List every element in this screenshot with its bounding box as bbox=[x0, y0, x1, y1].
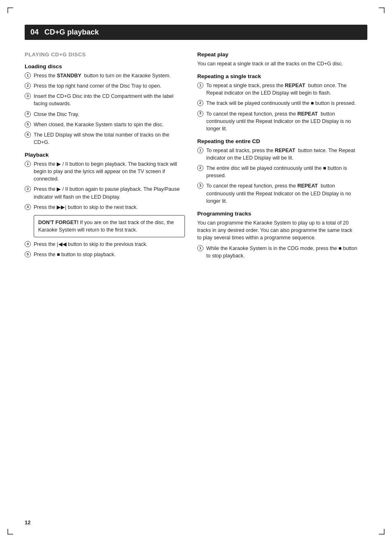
bullet-4: 4 bbox=[25, 241, 31, 247]
item-text: Insert the CD+G Disc into the CD Compart… bbox=[34, 93, 185, 107]
repeating-entire-list: 1 To repeat all tracks, press the REPEAT… bbox=[197, 147, 357, 205]
bullet-2: 2 bbox=[197, 165, 203, 171]
bullet-3: 3 bbox=[197, 183, 203, 189]
item-text: Press the ▶▶| button to skip to the next… bbox=[34, 204, 185, 211]
right-column: Repeat play You can repeat a single trac… bbox=[197, 51, 357, 264]
list-item: 1 To repeat a single track, press the RE… bbox=[197, 82, 357, 97]
dont-forget-box: DON'T FORGET! If you are on the last tra… bbox=[34, 215, 185, 237]
loading-discs-list: 1 Press the STANDBY button to turn on th… bbox=[25, 72, 185, 146]
programming-intro: You can programme the Karaoke System to … bbox=[197, 219, 357, 241]
list-item: 2 The track will be played continuously … bbox=[197, 100, 357, 107]
bullet-5: 5 bbox=[25, 121, 31, 127]
item-text: The LED Display will show the total numb… bbox=[34, 131, 185, 146]
list-item: 3 To cancel the repeat function, press t… bbox=[197, 110, 357, 132]
page-number: 12 bbox=[25, 519, 30, 526]
bullet-1: 1 bbox=[197, 82, 203, 88]
item-text: The entire disc will be played continuou… bbox=[206, 164, 357, 179]
item-text: To repeat all tracks, press the REPEAT b… bbox=[206, 147, 357, 162]
bullet-1: 1 bbox=[25, 72, 31, 79]
page-wrapper: 04 CD+G playback Playing CD+G discs Load… bbox=[0, 0, 392, 542]
content-columns: Playing CD+G discs Loading discs 1 Press… bbox=[25, 51, 367, 264]
bullet-3: 3 bbox=[197, 111, 203, 117]
playback-list: 1 Press the ▶ / II button to begin playb… bbox=[25, 160, 185, 211]
bullet-1: 1 bbox=[25, 161, 31, 167]
repeating-entire-title: Repeating the entire CD bbox=[197, 138, 357, 144]
item-text: To repeat a single track, press the REPE… bbox=[206, 82, 357, 97]
repeat-play-title: Repeat play bbox=[197, 51, 357, 58]
bullet-4: 4 bbox=[25, 111, 31, 117]
item-text: Press the ■ button to stop playback. bbox=[34, 251, 185, 258]
item-text: While the Karaoke System is in the CDG m… bbox=[206, 245, 357, 259]
bullet-3: 3 bbox=[25, 93, 31, 99]
list-item: 4 Close the Disc Tray. bbox=[25, 111, 185, 118]
list-item: 4 Press the |◀◀ button to skip to the pr… bbox=[25, 241, 185, 248]
loading-discs-title: Loading discs bbox=[25, 63, 185, 69]
programming-title: Programming tracks bbox=[197, 211, 357, 217]
bullet-2: 2 bbox=[197, 100, 203, 106]
bullet-6: 6 bbox=[25, 132, 31, 138]
list-item: 3 To cancel the repeat function, press t… bbox=[197, 182, 357, 204]
list-item: 1 Press the STANDBY button to turn on th… bbox=[25, 72, 185, 79]
item-text: To cancel the repeat function, press the… bbox=[206, 110, 357, 132]
item-text: Press the top right hand corner of the D… bbox=[34, 82, 185, 90]
repeat-bold: REPEAT bbox=[297, 183, 318, 189]
playback-title: Playback bbox=[25, 152, 185, 158]
bullet-3: 3 bbox=[25, 204, 31, 210]
playing-section-title: Playing CD+G discs bbox=[25, 51, 185, 58]
left-column: Playing CD+G discs Loading discs 1 Press… bbox=[25, 51, 185, 264]
corner-tr bbox=[379, 7, 385, 13]
corner-bl bbox=[7, 529, 13, 535]
list-item: 1 While the Karaoke System is in the CDG… bbox=[197, 245, 357, 259]
repeat-bold: REPEAT bbox=[285, 83, 305, 88]
list-item: 2 Press the ▶ / II button again to pause… bbox=[25, 185, 185, 200]
item-text: Press the STANDBY button to turn on the … bbox=[34, 72, 185, 79]
repeat-intro: You can repeat a single track or all the… bbox=[197, 60, 357, 67]
list-item: 3 Press the ▶▶| button to skip to the ne… bbox=[25, 204, 185, 211]
chapter-number: 04 bbox=[30, 28, 39, 37]
bullet-2: 2 bbox=[25, 186, 31, 192]
corner-br bbox=[379, 529, 385, 535]
bullet-1: 1 bbox=[197, 245, 203, 251]
item-text: When closed, the Karaoke System starts t… bbox=[34, 121, 185, 128]
repeat-bold: REPEAT bbox=[297, 111, 318, 117]
standby-bold: STANDBY bbox=[57, 73, 81, 79]
corner-tl bbox=[7, 7, 13, 13]
header-bar: 04 CD+G playback bbox=[25, 25, 367, 40]
programming-list: 1 While the Karaoke System is in the CDG… bbox=[197, 245, 357, 259]
list-item: 5 When closed, the Karaoke System starts… bbox=[25, 121, 185, 128]
list-item: 3 Insert the CD+G Disc into the CD Compa… bbox=[25, 93, 185, 107]
list-item: 2 The entire disc will be played continu… bbox=[197, 164, 357, 179]
bullet-5: 5 bbox=[25, 251, 31, 257]
list-item: 1 To repeat all tracks, press the REPEAT… bbox=[197, 147, 357, 162]
repeating-single-list: 1 To repeat a single track, press the RE… bbox=[197, 82, 357, 132]
item-text: Press the ▶ / II button to begin playbac… bbox=[34, 160, 185, 183]
item-text: The track will be played continuously un… bbox=[206, 100, 357, 107]
playback-list-2: 4 Press the |◀◀ button to skip to the pr… bbox=[25, 241, 185, 258]
list-item: 6 The LED Display will show the total nu… bbox=[25, 131, 185, 146]
item-text: Press the |◀◀ button to skip to the prev… bbox=[34, 241, 185, 248]
item-text: Press the ▶ / II button again to pause p… bbox=[34, 185, 185, 200]
repeating-single-title: Repeating a single track bbox=[197, 73, 357, 79]
item-text: Close the Disc Tray. bbox=[34, 111, 185, 118]
item-text: To cancel the repeat function, press the… bbox=[206, 182, 357, 204]
bullet-1: 1 bbox=[197, 147, 203, 153]
list-item: 1 Press the ▶ / II button to begin playb… bbox=[25, 160, 185, 183]
list-item: 2 Press the top right hand corner of the… bbox=[25, 82, 185, 90]
chapter-title: CD+G playback bbox=[44, 28, 99, 37]
list-item: 5 Press the ■ button to stop playback. bbox=[25, 251, 185, 258]
repeat-bold: REPEAT bbox=[275, 148, 295, 153]
dont-forget-label: DON'T FORGET! bbox=[38, 220, 78, 225]
bullet-2: 2 bbox=[25, 83, 31, 89]
